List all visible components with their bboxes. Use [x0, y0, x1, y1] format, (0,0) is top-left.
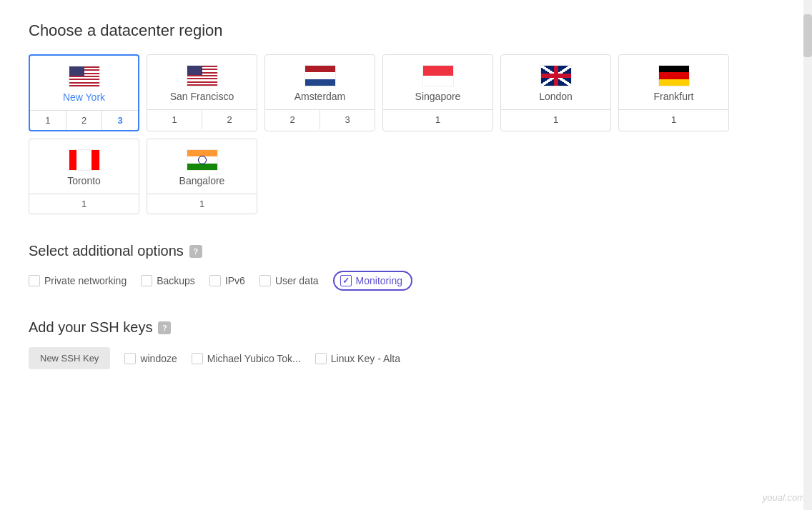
region-num-fra-1[interactable]: 1: [619, 110, 728, 129]
additional-options-help[interactable]: ?: [189, 245, 202, 258]
ssh-key-label-windoze: windoze: [140, 353, 177, 364]
checkbox-ipv6[interactable]: [209, 275, 221, 286]
option-label-user-data: User data: [275, 275, 319, 286]
option-label-private-networking: Private networking: [44, 275, 127, 286]
region-name-new-york: New York: [63, 91, 105, 103]
region-name-singapore: Singapore: [415, 91, 461, 102]
region-num-lon-1[interactable]: 1: [501, 110, 610, 129]
region-name-bangalore: Bangalore: [179, 175, 225, 186]
region-card-frankfurt[interactable]: Frankfurt 1: [618, 54, 729, 131]
scrollbar-thumb[interactable]: [803, 14, 812, 57]
region-card-amsterdam[interactable]: Amsterdam 2 3: [264, 54, 375, 131]
flag-sg: [422, 65, 454, 86]
checkbox-backups[interactable]: [141, 275, 152, 286]
region-num-ban-1[interactable]: 1: [147, 194, 257, 214]
region-name-toronto: Toronto: [67, 175, 101, 186]
region-num-ny-1[interactable]: 1: [30, 111, 66, 130]
flag-nl: [304, 65, 336, 86]
ssh-keys-help[interactable]: ?: [158, 321, 171, 334]
page-title: Choose a datacenter region: [29, 21, 783, 40]
region-card-london[interactable]: London 1: [500, 54, 611, 131]
option-private-networking[interactable]: Private networking: [29, 275, 127, 286]
option-ipv6[interactable]: IPv6: [209, 275, 245, 286]
region-num-ams-2[interactable]: 2: [265, 110, 320, 129]
region-card-bangalore[interactable]: Bangalore 1: [147, 139, 257, 214]
region-num-sg-1[interactable]: 1: [383, 110, 492, 129]
checkbox-private-networking[interactable]: [29, 275, 40, 286]
flag-us: [69, 66, 100, 87]
checkbox-user-data[interactable]: [259, 275, 271, 286]
region-card-san-francisco[interactable]: San Francisco 1 2: [147, 54, 257, 131]
region-grid: New York 1 2 3 San Francisco 1 2 Amsterd…: [29, 54, 783, 214]
region-num-sf-2[interactable]: 2: [202, 110, 257, 129]
region-name-amsterdam: Amsterdam: [294, 91, 346, 102]
ssh-keys-row: New SSH Key windoze Michael Yubico Tok..…: [29, 347, 783, 369]
region-num-sf-1[interactable]: 1: [147, 110, 202, 129]
watermark: youal.com: [763, 492, 805, 503]
region-num-ny-2[interactable]: 2: [66, 111, 103, 130]
ssh-keys-title: Add your SSH keys: [29, 319, 152, 336]
region-num-ams-3[interactable]: 3: [320, 110, 375, 129]
ssh-key-label-michael-yubico: Michael Yubico Tok...: [207, 353, 301, 364]
ssh-key-label-linux-alta: Linux Key - Alta: [331, 353, 400, 364]
checkbox-windoze[interactable]: [124, 353, 136, 364]
checkbox-michael-yubico[interactable]: [192, 353, 203, 364]
region-card-new-york[interactable]: New York 1 2 3: [29, 54, 139, 131]
ssh-key-windoze[interactable]: windoze: [124, 353, 177, 364]
flag-in: [187, 149, 218, 171]
option-label-ipv6: IPv6: [225, 275, 245, 286]
scrollbar[interactable]: [803, 0, 812, 510]
options-row: Private networking Backups IPv6 User dat…: [29, 271, 783, 291]
option-user-data[interactable]: User data: [259, 275, 319, 286]
new-ssh-key-button[interactable]: New SSH Key: [29, 347, 110, 369]
flag-us-sf: [187, 65, 218, 86]
region-name-london: London: [539, 91, 573, 102]
region-name-san-francisco: San Francisco: [170, 91, 234, 102]
flag-ca: [69, 149, 100, 171]
ssh-key-linux-alta[interactable]: Linux Key - Alta: [315, 353, 400, 364]
additional-options-title: Select additional options: [29, 243, 184, 259]
region-card-singapore[interactable]: Singapore 1: [382, 54, 493, 131]
region-name-frankfurt: Frankfurt: [653, 91, 693, 102]
option-label-backups: Backups: [157, 275, 195, 286]
ssh-keys-section: Add your SSH keys ? New SSH Key windoze …: [29, 319, 783, 369]
checkbox-monitoring[interactable]: ✓: [340, 275, 352, 286]
flag-gb: [540, 65, 572, 86]
checkbox-linux-alta[interactable]: [315, 353, 327, 364]
checkmark-monitoring: ✓: [342, 276, 350, 286]
option-label-monitoring: Monitoring: [356, 275, 402, 286]
option-backups[interactable]: Backups: [141, 275, 195, 286]
additional-options-section: Select additional options ? Private netw…: [29, 243, 783, 291]
ssh-key-michael-yubico[interactable]: Michael Yubico Tok...: [192, 353, 301, 364]
region-num-tor-1[interactable]: 1: [29, 194, 139, 214]
region-num-ny-3[interactable]: 3: [102, 111, 138, 130]
monitoring-wrapper[interactable]: ✓ Monitoring: [333, 271, 412, 291]
flag-de: [658, 65, 690, 86]
region-card-toronto[interactable]: Toronto 1: [29, 139, 139, 214]
